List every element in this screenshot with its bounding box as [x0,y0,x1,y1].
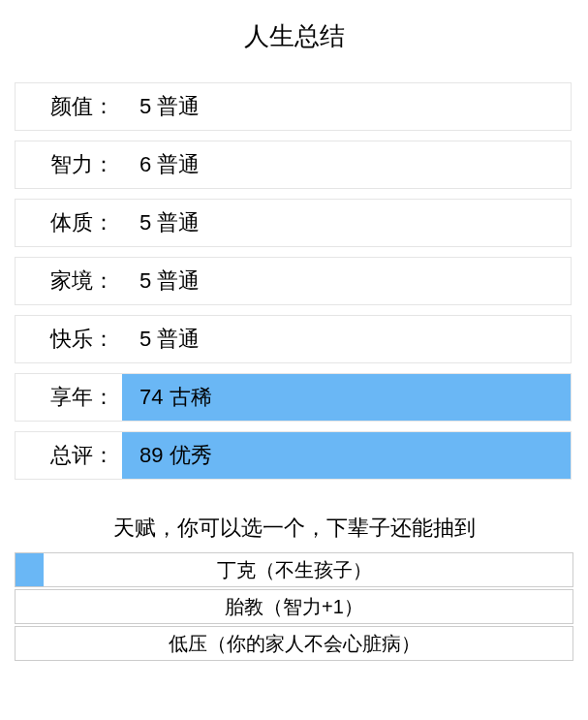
stat-label: 家境： [15,258,122,304]
stat-value: 89 优秀 [122,432,571,479]
stat-row-family: 家境： 5 普通 [15,257,572,305]
talent-text: 低压（你的家人不会心脏病） [169,631,420,657]
stat-row-overall: 总评： 89 优秀 [15,431,572,480]
talent-option-lowbp[interactable]: 低压（你的家人不会心脏病） [15,626,573,661]
stats-scroll-area[interactable]: 颜值： 5 普通 智力： 6 普通 体质： 5 普通 家境： 5 普通 快乐： … [15,82,573,499]
talent-option-prenatal[interactable]: 胎教（智力+1） [15,589,573,624]
stat-row-intelligence: 智力： 6 普通 [15,141,572,189]
stat-value: 5 普通 [122,316,571,362]
stat-row-happiness: 快乐： 5 普通 [15,315,572,363]
stat-row-appearance: 颜值： 5 普通 [15,82,572,131]
talent-progress-fill [15,553,44,586]
talent-section: 天赋，你可以选一个，下辈子还能抽到 丁克（不生孩子） 胎教（智力+1） 低压（你… [15,514,573,661]
stat-label: 快乐： [15,316,122,362]
stat-row-physique: 体质： 5 普通 [15,199,572,247]
talent-text: 丁克（不生孩子） [217,557,372,583]
talent-option-dink[interactable]: 丁克（不生孩子） [15,552,573,587]
stat-value: 5 普通 [122,83,571,130]
stat-value: 5 普通 [122,258,571,304]
stat-label: 颜值： [15,83,122,130]
stat-value: 6 普通 [122,141,571,188]
talent-text: 胎教（智力+1） [225,594,363,620]
stat-label: 智力： [15,141,122,188]
stat-row-age: 享年： 74 古稀 [15,373,572,422]
stat-label: 享年： [15,374,122,421]
page-title: 人生总结 [15,19,573,53]
stat-label: 总评： [15,432,122,479]
talent-header: 天赋，你可以选一个，下辈子还能抽到 [15,514,573,543]
stat-value: 5 普通 [122,200,571,246]
stat-value: 74 古稀 [122,374,571,421]
stat-label: 体质： [15,200,122,246]
